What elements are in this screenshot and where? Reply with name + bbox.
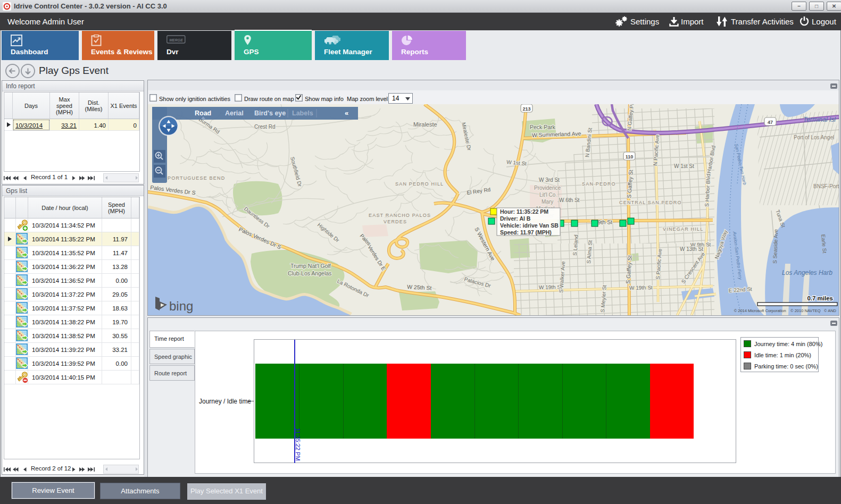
svg-text:0.7 miles: 0.7 miles xyxy=(807,295,833,301)
svg-text:VERDES: VERDES xyxy=(384,219,407,224)
svg-text:BNSF-Port: BNSF-Port xyxy=(813,183,839,189)
svg-text:VINEGAR HILL: VINEGAR HILL xyxy=(663,226,703,232)
svg-text:Providence: Providence xyxy=(534,185,561,191)
svg-text:EAST RANCHO PALOS: EAST RANCHO PALOS xyxy=(369,213,431,218)
svg-text:47: 47 xyxy=(768,120,773,125)
svg-text:Aerial: Aerial xyxy=(225,110,244,117)
svg-text:Lit'l Co: Lit'l Co xyxy=(539,192,556,198)
svg-text:Club-Los Angelas: Club-Los Angelas xyxy=(288,270,331,276)
svg-text:«: « xyxy=(345,109,348,117)
svg-text:Los Angeles Harb: Los Angeles Harb xyxy=(782,269,832,276)
svg-text:S Seaside Ave: S Seaside Ave xyxy=(772,229,779,264)
svg-text:Hour: 11:35:22 PM: Hour: 11:35:22 PM xyxy=(500,208,548,215)
svg-text:Bird's eye: Bird's eye xyxy=(254,110,286,117)
svg-text:Mary: Mary xyxy=(542,199,553,205)
svg-text:Driver: Al B: Driver: Al B xyxy=(500,215,531,222)
svg-text:SAN PEDRO HILL: SAN PEDRO HILL xyxy=(395,181,444,187)
svg-text:bing: bing xyxy=(169,299,193,313)
svg-text:W 3rd St: W 3rd St xyxy=(539,177,560,183)
svg-text:Speed: 11.97 (MPH): Speed: 11.97 (MPH) xyxy=(500,229,552,236)
svg-text:MERGE: MERGE xyxy=(169,38,183,42)
svg-text:W 1st St: W 1st St xyxy=(674,163,694,169)
svg-text:PORTUGUESE BEND: PORTUGUESE BEND xyxy=(168,175,225,181)
svg-text:110: 110 xyxy=(626,154,634,159)
svg-text:Trump Nat'l Golf: Trump Nat'l Golf xyxy=(290,263,331,269)
svg-text:W 6th St: W 6th St xyxy=(559,197,580,203)
svg-text:Port of Los Angel: Port of Los Angel xyxy=(794,135,834,140)
svg-text:SAN PEDRO: SAN PEDRO xyxy=(582,181,616,187)
svg-text:W 13th St: W 13th St xyxy=(680,246,703,252)
svg-text:W 19th St: W 19th St xyxy=(629,284,653,291)
svg-text:CENTRAL SAN PEDRO: CENTRAL SAN PEDRO xyxy=(619,200,682,205)
svg-text:Peck Park: Peck Park xyxy=(530,124,556,130)
svg-text:Labels: Labels xyxy=(292,110,313,117)
svg-text:213: 213 xyxy=(522,106,530,112)
svg-text:Terminal Isl: Terminal Isl xyxy=(803,116,836,123)
svg-text:Crest Rd: Crest Rd xyxy=(254,124,275,130)
svg-text:Vehicle: idrive Van SB: Vehicle: idrive Van SB xyxy=(500,222,559,229)
svg-text:Miraleste: Miraleste xyxy=(413,121,437,128)
svg-text:Road: Road xyxy=(195,110,211,117)
svg-text:© 2014 Microsoft Corporation: © 2014 Microsoft Corporation © 2010 NAVT… xyxy=(734,308,837,313)
svg-text:W 25th St: W 25th St xyxy=(407,283,432,291)
